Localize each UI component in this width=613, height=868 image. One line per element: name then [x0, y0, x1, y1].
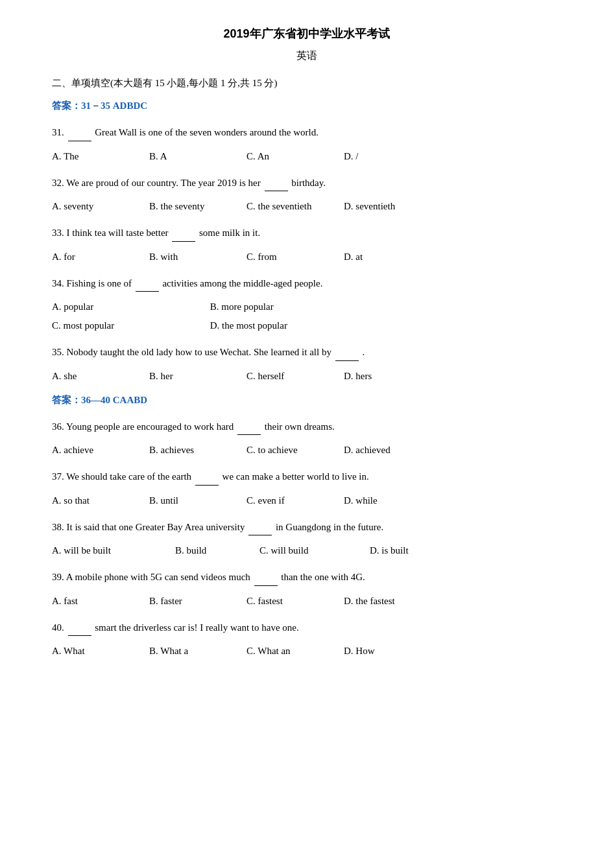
- q34-options: A. popular B. more popular C. most popul…: [52, 298, 561, 334]
- q32-text: birthday.: [291, 178, 326, 188]
- q34-opt-c: C. most popular: [52, 317, 208, 334]
- q39-opt-d: D. the fastest: [344, 592, 422, 610]
- q35-text2: .: [362, 347, 365, 357]
- q33-options: A. for B. with C. from D. at: [52, 248, 561, 266]
- question-35: 35. Nobody taught the old lady how to us…: [52, 344, 561, 361]
- q35-text: 35. Nobody taught the old lady how to us…: [52, 347, 331, 357]
- q35-opt-d: D. hers: [344, 368, 422, 385]
- q32-options: A. seventy B. the seventy C. the seventi…: [52, 198, 561, 215]
- q40-opt-d: D. How: [344, 642, 422, 660]
- q38-text2: in Guangdong in the future.: [276, 522, 383, 532]
- q36-opt-a: A. achieve: [52, 441, 130, 459]
- q34-opt-d: D. the most popular: [210, 320, 287, 331]
- q40-options: A. What B. What a C. What an D. How: [52, 642, 561, 660]
- q32-opt-a: A. seventy: [52, 198, 130, 215]
- q40-text2: smart the driverless car is! I really wa…: [95, 622, 298, 633]
- q33-opt-d: D. at: [344, 248, 422, 266]
- q38-text: 38. It is said that one Greater Bay Area…: [52, 522, 245, 532]
- q31-options: A. The B. A C. An D. /: [52, 148, 561, 165]
- q31-number: 31.: [52, 127, 64, 137]
- subject-title: 英语: [52, 49, 561, 63]
- q33-opt-b: B. with: [149, 248, 227, 266]
- section-header: 二、单项填空(本大题有 15 小题,每小题 1 分,共 15 分): [52, 77, 561, 89]
- question-36: 36. Young people are encouraged to work …: [52, 418, 561, 436]
- q31-opt-a: A. The: [52, 148, 130, 165]
- q39-text: 39. A mobile phone with 5G can send vide…: [52, 572, 250, 582]
- q40-text: 40.: [52, 622, 64, 633]
- q31-text: Great Wall is one of the seven wonders a…: [95, 127, 319, 137]
- q40-opt-a: A. What: [52, 642, 130, 660]
- q37-options: A. so that B. until C. even if D. while: [52, 492, 561, 510]
- q31-opt-d: D. /: [344, 148, 422, 165]
- q31-opt-c: C. An: [246, 148, 324, 165]
- q38-opt-d: D. is built: [370, 542, 448, 559]
- q38-opt-b: B. build: [175, 542, 240, 559]
- q36-opt-b: B. achieves: [149, 441, 227, 459]
- q36-text2: their own dreams.: [265, 421, 335, 432]
- q37-opt-b: B. until: [149, 492, 227, 510]
- answer-key-1: 答案：31－35 ADBDC: [52, 100, 561, 112]
- q39-opt-c: C. fastest: [246, 592, 324, 610]
- question-37: 37. We should take care of the earth we …: [52, 468, 561, 486]
- q33-text: 33. I think tea will taste better: [52, 228, 169, 238]
- question-32: 32. We are proud of our country. The yea…: [52, 174, 561, 192]
- q32-opt-d: D. seventieth: [344, 198, 422, 215]
- q32-opt-c: C. the seventieth: [246, 198, 324, 215]
- q35-opt-a: A. she: [52, 368, 130, 385]
- page-title: 2019年广东省初中学业水平考试: [52, 26, 561, 41]
- q32-number: 32. We are proud of our country. The yea…: [52, 178, 261, 188]
- q36-text: 36. Young people are encouraged to work …: [52, 421, 234, 432]
- q39-opt-a: A. fast: [52, 592, 130, 610]
- q37-text2: we can make a better world to live in.: [222, 471, 369, 482]
- question-34: 34. Fishing is one of activities among t…: [52, 275, 561, 292]
- question-38: 38. It is said that one Greater Bay Area…: [52, 519, 561, 536]
- q36-options: A. achieve B. achieves C. to achieve D. …: [52, 441, 561, 459]
- q36-opt-c: C. to achieve: [246, 441, 324, 459]
- q35-opt-b: B. her: [149, 368, 227, 385]
- question-39: 39. A mobile phone with 5G can send vide…: [52, 569, 561, 586]
- q34-text2: activities among the middle-aged people.: [162, 278, 322, 288]
- question-33: 33. I think tea will taste better some m…: [52, 224, 561, 242]
- q36-opt-d: D. achieved: [344, 441, 422, 459]
- q37-text: 37. We should take care of the earth: [52, 471, 191, 482]
- q39-options: A. fast B. faster C. fastest D. the fast…: [52, 592, 561, 610]
- q32-opt-b: B. the seventy: [149, 198, 227, 215]
- q31-opt-b: B. A: [149, 148, 227, 165]
- question-40: 40. smart the driverless car is! I reall…: [52, 619, 561, 637]
- q35-options: A. she B. her C. herself D. hers: [52, 368, 561, 385]
- q38-options: A. will be built B. build C. will build …: [52, 542, 561, 559]
- q33-text2: some milk in it.: [199, 228, 260, 238]
- q37-opt-a: A. so that: [52, 492, 130, 510]
- q38-opt-a: A. will be built: [52, 542, 156, 559]
- q34-opt-b: B. more popular: [210, 301, 274, 312]
- q34-opt-a: A. popular: [52, 298, 208, 316]
- q38-opt-c: C. will build: [259, 542, 350, 559]
- answer-key-2: 答案：36—40 CAABD: [52, 394, 561, 406]
- q33-opt-a: A. for: [52, 248, 130, 266]
- question-31: 31. Great Wall is one of the seven wonde…: [52, 124, 561, 141]
- q39-text2: than the one with 4G.: [281, 572, 365, 582]
- q35-opt-c: C. herself: [246, 368, 324, 385]
- q37-opt-c: C. even if: [246, 492, 324, 510]
- q39-opt-b: B. faster: [149, 592, 227, 610]
- q37-opt-d: D. while: [344, 492, 422, 510]
- q33-opt-c: C. from: [246, 248, 324, 266]
- q40-opt-c: C. What an: [246, 642, 324, 660]
- q40-opt-b: B. What a: [149, 642, 227, 660]
- q34-text: 34. Fishing is one of: [52, 278, 132, 288]
